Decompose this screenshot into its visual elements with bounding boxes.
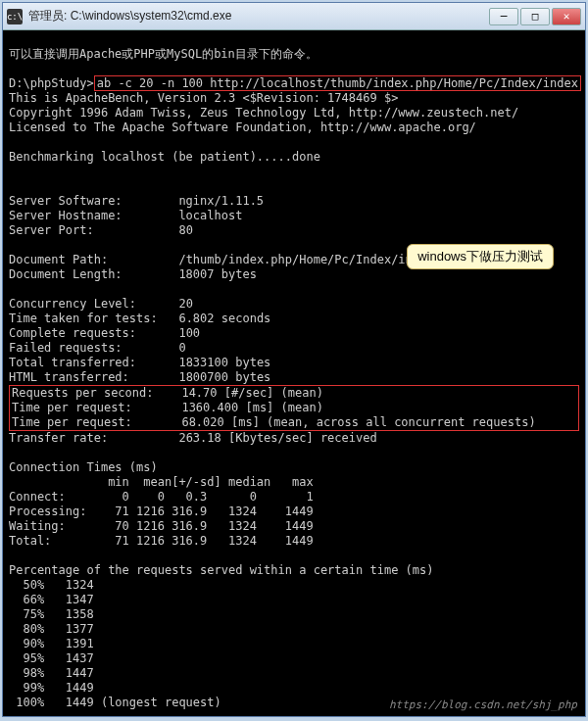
conn-row-2: Waiting: 70 1216 316.9 1324 1449: [9, 519, 314, 533]
pct-row-4: 90% 1391: [9, 637, 94, 650]
conn-row-3: Total: 71 1216 316.9 1324 1449: [9, 534, 314, 548]
benchmark-line: Benchmarking localhost (be patient).....…: [9, 150, 320, 164]
complete-value: 100: [178, 326, 200, 340]
conc-label: Concurrency Level:: [9, 297, 136, 311]
pct-row-7: 99% 1449: [9, 681, 94, 695]
server-hostname-label: Server Hostname:: [9, 209, 122, 222]
conn-cols: min mean[+/-sd] median max: [9, 475, 314, 489]
minimize-button[interactable]: ─: [489, 8, 518, 25]
server-hostname-value: localhost: [178, 209, 242, 222]
ab-header-2: Licensed to The Apache Software Foundati…: [9, 120, 476, 134]
cmd-icon: c:\: [7, 9, 23, 24]
cmd-window: c:\ 管理员: C:\windows\system32\cmd.exe ─ □…: [2, 2, 586, 717]
time-value: 6.802 seconds: [178, 312, 270, 325]
tpr1-value: 1360.400 [ms] (mean): [181, 401, 323, 414]
total-trans-value: 1833100 bytes: [178, 356, 270, 369]
failed-label: Failed requests:: [9, 341, 122, 355]
doc-path-value: /thumb/index.php/Home/Pc/Index/index: [178, 253, 433, 266]
pct-row-6: 98% 1447: [9, 666, 94, 680]
conn-row-1: Processing: 71 1216 316.9 1324 1449: [9, 505, 314, 518]
window-title: 管理员: C:\windows\system32\cmd.exe: [28, 8, 489, 24]
doc-length-label: Document Length:: [9, 267, 122, 281]
server-software-value: nginx/1.11.5: [178, 194, 264, 208]
pct-header: Percentage of the requests served within…: [9, 563, 433, 577]
close-button[interactable]: ✕: [552, 8, 581, 25]
prompt: D:\phpStudy>: [9, 76, 94, 90]
pct-row-5: 95% 1437: [9, 651, 94, 665]
complete-label: Complete requests:: [9, 326, 136, 340]
ab-header-1: Copyright 1996 Adam Twiss, Zeus Technolo…: [9, 106, 518, 120]
window-controls: ─ □ ✕: [489, 8, 581, 25]
pct-row-2: 75% 1358: [9, 607, 94, 621]
conn-times-header: Connection Times (ms): [9, 460, 158, 474]
rps-value: 14.70 [#/sec] (mean): [181, 386, 323, 400]
tpr1-label: Time per request:: [12, 401, 132, 414]
pct-row-0: 50% 1324: [9, 578, 94, 592]
failed-value: 0: [178, 341, 185, 355]
server-port-value: 80: [178, 223, 192, 237]
pct-row-3: 80% 1377: [9, 622, 94, 636]
total-trans-label: Total transferred:: [9, 356, 136, 369]
maximize-button[interactable]: □: [520, 8, 550, 25]
title-bar[interactable]: c:\ 管理员: C:\windows\system32\cmd.exe ─ □…: [3, 3, 585, 30]
doc-path-label: Document Path:: [9, 253, 108, 266]
ab-header-0: This is ApacheBench, Version 2.3 <$Revis…: [9, 91, 398, 105]
watermark: https://blog.csdn.net/shj_php: [389, 698, 577, 712]
transfer-value: 263.18 [Kbytes/sec] received: [178, 431, 376, 445]
tpr2-value: 68.020 [ms] (mean, across all concurrent…: [181, 415, 535, 429]
perf-block: Requests per second: 14.70 [#/sec] (mean…: [9, 385, 579, 431]
rps-label: Requests per second:: [12, 386, 154, 400]
server-port-label: Server Port:: [9, 223, 94, 237]
pct-row-1: 66% 1347: [9, 593, 94, 606]
annotation-label: windows下做压力测试: [407, 244, 554, 269]
html-trans-label: HTML transferred:: [9, 370, 129, 384]
terminal-content[interactable]: 可以直接调用Apache或PHP或MySQL的bin目录下的命令。 D:\php…: [3, 30, 585, 716]
time-label: Time taken for tests:: [9, 312, 158, 325]
tpr2-label: Time per request:: [12, 415, 132, 429]
doc-length-value: 18007 bytes: [178, 267, 256, 281]
server-software-label: Server Software:: [9, 194, 122, 208]
conc-value: 20: [178, 297, 192, 311]
intro-text: 可以直接调用Apache或PHP或MySQL的bin目录下的命令。: [9, 47, 318, 61]
html-trans-value: 1800700 bytes: [178, 370, 270, 384]
conn-row-0: Connect: 0 0 0.3 0 1: [9, 490, 314, 504]
transfer-label: Transfer rate:: [9, 431, 108, 445]
pct-row-8: 100% 1449 (longest request): [9, 696, 221, 709]
ab-command: ab -c 20 -n 100 http://localhost/thumb/i…: [94, 75, 581, 91]
